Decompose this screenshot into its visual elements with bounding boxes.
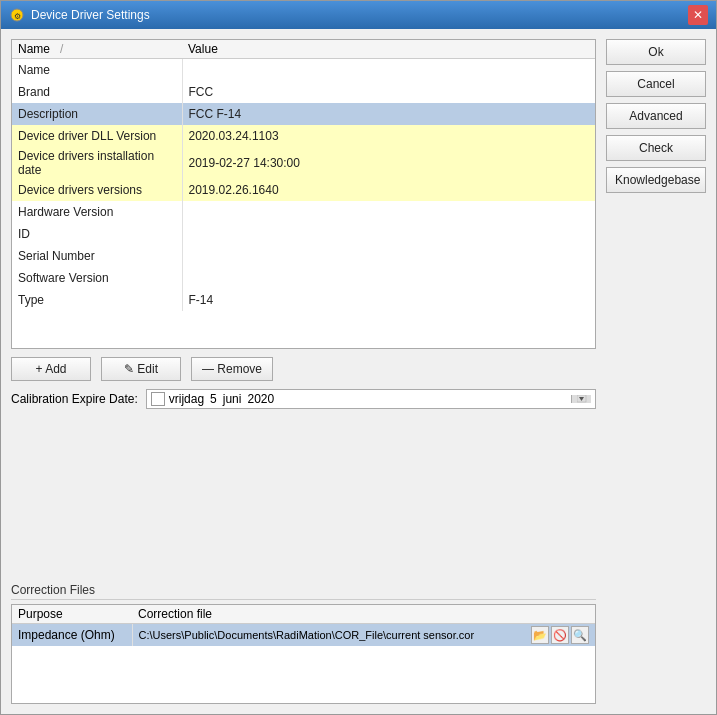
svg-text:⚙: ⚙ — [14, 12, 21, 21]
row-name: Device driver DLL Version — [12, 125, 182, 147]
row-name: Brand — [12, 81, 182, 103]
row-name: Serial Number — [12, 245, 182, 267]
row-value — [182, 201, 595, 223]
date-text: vrijdag 5 juni 2020 — [169, 392, 567, 406]
correction-files-title: Correction Files — [11, 583, 596, 600]
main-window: ⚙ Device Driver Settings ✕ Name / — [0, 0, 717, 715]
correction-file-cell: C:\Users\Public\Documents\RadiMation\COR… — [132, 624, 595, 647]
edit-button[interactable]: ✎ Edit — [101, 357, 181, 381]
row-name: Hardware Version — [12, 201, 182, 223]
row-name: Type — [12, 289, 182, 311]
date-checkbox[interactable] — [151, 392, 165, 406]
row-name: Software Version — [12, 267, 182, 289]
date-dropdown-btn[interactable] — [571, 395, 591, 403]
remove-file-icon[interactable]: 🚫 — [551, 626, 569, 644]
table-row[interactable]: Hardware Version — [12, 201, 595, 223]
left-panel: Name / Value NameBrandFCCDescriptionFCC … — [11, 39, 596, 704]
row-value — [182, 223, 595, 245]
correction-row[interactable]: Impedance (Ohm) C:\Users\Public\Document… — [12, 624, 595, 647]
date-year: 2020 — [247, 392, 274, 406]
col-value-header: Value — [182, 40, 595, 59]
table-row[interactable]: Device drivers versions2019.02.26.1640 — [12, 179, 595, 201]
knowledgebase-button[interactable]: Knowledgebase — [606, 167, 706, 193]
date-day: vrijdag — [169, 392, 204, 406]
correction-purpose: Impedance (Ohm) — [12, 624, 132, 647]
row-value: 2019-02-27 14:30:00 — [182, 147, 595, 179]
table-row[interactable]: Serial Number — [12, 245, 595, 267]
calibration-section: Calibration Expire Date: vrijdag 5 juni … — [11, 389, 596, 409]
table-row[interactable]: Name — [12, 59, 595, 81]
properties-table: Name / Value NameBrandFCCDescriptionFCC … — [12, 40, 595, 311]
row-value: FCC F-14 — [182, 103, 595, 125]
correction-table-container: Purpose Correction file Impedance (Ohm) … — [11, 604, 596, 704]
table-row[interactable]: Device drivers installation date2019-02-… — [12, 147, 595, 179]
correction-files-section: Correction Files Purpose Correction file… — [11, 583, 596, 704]
row-value: 2019.02.26.1640 — [182, 179, 595, 201]
calibration-label: Calibration Expire Date: — [11, 392, 138, 406]
row-name: ID — [12, 223, 182, 245]
col-purpose-header: Purpose — [12, 605, 132, 624]
table-row[interactable]: DescriptionFCC F-14 — [12, 103, 595, 125]
check-button[interactable]: Check — [606, 135, 706, 161]
open-file-icon[interactable]: 📂 — [531, 626, 549, 644]
table-row[interactable]: Device driver DLL Version2020.03.24.1103 — [12, 125, 595, 147]
cancel-button[interactable]: Cancel — [606, 71, 706, 97]
row-value: F-14 — [182, 289, 595, 311]
date-picker[interactable]: vrijdag 5 juni 2020 — [146, 389, 596, 409]
remove-button[interactable]: — Remove — [191, 357, 273, 381]
row-value — [182, 59, 595, 81]
content-area: Name / Value NameBrandFCCDescriptionFCC … — [1, 29, 716, 714]
right-panel: Ok Cancel Advanced Check Knowledgebase — [606, 39, 706, 704]
table-row[interactable]: ID — [12, 223, 595, 245]
row-value — [182, 245, 595, 267]
advanced-button[interactable]: Advanced — [606, 103, 706, 129]
add-button[interactable]: + Add — [11, 357, 91, 381]
date-date: 5 — [210, 392, 217, 406]
window-icon: ⚙ — [9, 7, 25, 23]
title-bar: ⚙ Device Driver Settings ✕ — [1, 1, 716, 29]
row-value: FCC — [182, 81, 595, 103]
row-name: Name — [12, 59, 182, 81]
search-file-icon[interactable]: 🔍 — [571, 626, 589, 644]
table-row[interactable]: BrandFCC — [12, 81, 595, 103]
properties-table-container: Name / Value NameBrandFCCDescriptionFCC … — [11, 39, 596, 349]
col-name-header: Name / — [12, 40, 182, 59]
table-row[interactable]: TypeF-14 — [12, 289, 595, 311]
close-button[interactable]: ✕ — [688, 5, 708, 25]
row-name: Device drivers installation date — [12, 147, 182, 179]
date-month: juni — [223, 392, 242, 406]
window-title: Device Driver Settings — [31, 8, 688, 22]
row-name: Description — [12, 103, 182, 125]
file-path: C:\Users\Public\Documents\RadiMation\COR… — [139, 629, 530, 641]
table-row[interactable]: Software Version — [12, 267, 595, 289]
row-value — [182, 267, 595, 289]
row-name: Device drivers versions — [12, 179, 182, 201]
correction-table: Purpose Correction file Impedance (Ohm) … — [12, 605, 595, 646]
ok-button[interactable]: Ok — [606, 39, 706, 65]
row-value: 2020.03.24.1103 — [182, 125, 595, 147]
col-file-header: Correction file — [132, 605, 595, 624]
action-buttons: + Add ✎ Edit — Remove — [11, 357, 596, 381]
